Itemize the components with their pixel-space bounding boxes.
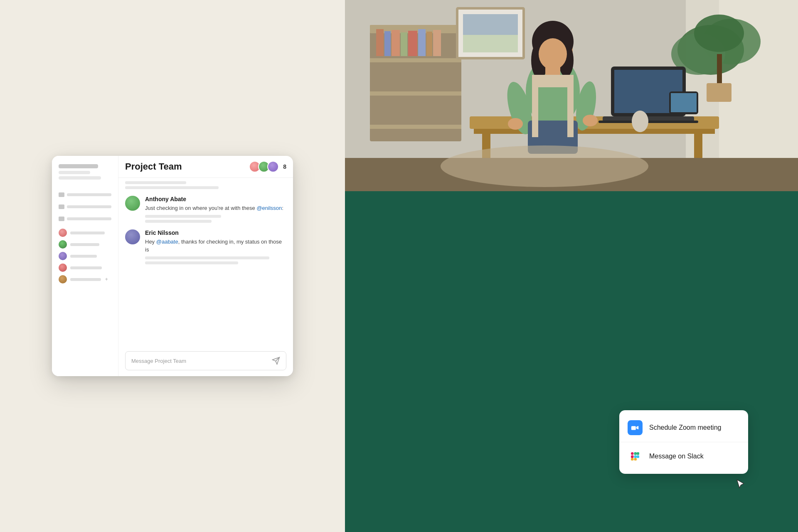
folder-icon-2 [59, 204, 64, 209]
sidebar-item-text-3 [67, 217, 111, 220]
action-item-slack[interactable]: Message on Slack [619, 442, 748, 470]
header-skeleton-area [118, 178, 293, 191]
svg-rect-17 [433, 30, 441, 56]
dm-text-3 [70, 255, 97, 258]
zoom-camera-svg [631, 423, 640, 432]
folder-icon-3 [59, 217, 64, 221]
svg-point-37 [539, 38, 567, 70]
svg-rect-48 [671, 93, 697, 112]
sidebar-folder-item-3[interactable] [55, 215, 115, 223]
svg-rect-52 [463, 14, 518, 35]
svg-rect-63 [637, 456, 639, 458]
chat-sidebar: + [52, 156, 118, 376]
svg-point-41 [508, 118, 523, 130]
header-skeleton-line-2 [125, 186, 219, 189]
slack-logo-svg [628, 450, 642, 463]
avatar-dm3 [59, 252, 67, 260]
action-card: Schedule Zoom meeting [619, 410, 748, 474]
sidebar-dm-item-4[interactable] [59, 264, 111, 272]
header-avatar-3 [267, 161, 279, 172]
sidebar-dm-item-2[interactable] [59, 240, 111, 249]
message-skeleton-anthony [145, 215, 283, 223]
message-anthony: Anthony Abate Just checking in on where … [125, 196, 286, 223]
action-item-zoom[interactable]: Schedule Zoom meeting [619, 414, 748, 442]
photo-area [345, 0, 798, 191]
svg-rect-59 [637, 452, 639, 455]
svg-rect-9 [370, 125, 461, 129]
svg-point-21 [694, 15, 744, 52]
member-count: 8 [283, 163, 286, 170]
chat-messages: Anthony Abate Just checking in on where … [118, 191, 293, 347]
sidebar-folder-item-2[interactable] [55, 203, 115, 211]
dm-text-1 [70, 232, 105, 234]
dm-text-5 [70, 278, 101, 281]
cursor [736, 479, 744, 488]
header-skeleton-line-1 [125, 181, 186, 184]
skeleton-anthony-2 [145, 220, 212, 223]
mention-aabate: @aabate [156, 239, 178, 245]
green-area: Schedule Zoom meeting [345, 191, 798, 532]
sender-eric: Eric Nilsson [145, 229, 286, 236]
avatar-dm2 [59, 240, 67, 249]
svg-rect-22 [717, 54, 722, 87]
sender-anthony: Anthony Abate [145, 196, 283, 202]
sidebar-item-text-1 [67, 193, 111, 196]
slack-icon-container [628, 449, 643, 464]
svg-rect-61 [634, 458, 637, 461]
svg-rect-31 [598, 121, 698, 123]
avatar-dm1 [59, 229, 67, 237]
sidebar-dm-item-5[interactable]: + [59, 275, 111, 283]
svg-point-49 [632, 111, 648, 132]
svg-rect-7 [370, 58, 461, 62]
message-body-anthony: Anthony Abate Just checking in on where … [145, 196, 283, 223]
svg-rect-62 [634, 456, 637, 458]
message-skeleton-eric [145, 256, 286, 264]
svg-rect-56 [631, 452, 634, 455]
avatar-anthony [125, 196, 140, 211]
skeleton-eric-2 [145, 261, 238, 264]
message-eric: Eric Nilsson Hey @aabate, thanks for che… [125, 229, 286, 264]
chat-input-placeholder[interactable]: Message Project Team [131, 358, 186, 364]
chat-window: + Project Team 8 [52, 156, 293, 376]
slack-action-label: Message on Slack [649, 453, 704, 460]
svg-point-42 [583, 115, 598, 126]
left-panel: + Project Team 8 [0, 0, 345, 532]
svg-rect-12 [392, 30, 400, 56]
folder-icon-1 [59, 192, 64, 197]
svg-rect-16 [426, 32, 432, 56]
sidebar-folder-item-1[interactable] [55, 191, 115, 199]
svg-rect-13 [401, 32, 407, 56]
avatar-stack [249, 161, 279, 172]
sidebar-dm-list: + [55, 227, 115, 285]
mention-enilsson: @enilsson [256, 205, 282, 211]
svg-rect-15 [418, 29, 426, 56]
dm-text-4 [70, 266, 102, 269]
chat-input-box[interactable]: Message Project Team [125, 351, 286, 370]
message-text-after-anthony: : [282, 205, 283, 211]
chat-header: Project Team 8 [118, 156, 293, 178]
sidebar-skeleton-2 [59, 171, 90, 174]
svg-rect-10 [376, 29, 384, 56]
add-dm-icon[interactable]: + [105, 276, 108, 282]
chat-main: Project Team 8 [118, 156, 293, 376]
sidebar-skeleton-1 [59, 164, 98, 168]
sidebar-skeleton-3 [59, 176, 101, 180]
avatar-dm5 [59, 275, 67, 283]
message-body-eric: Eric Nilsson Hey @aabate, thanks for che… [145, 229, 286, 264]
svg-rect-53 [463, 35, 518, 52]
svg-rect-57 [631, 456, 634, 458]
svg-rect-60 [631, 458, 634, 461]
sidebar-dm-item-3[interactable] [59, 252, 111, 260]
chat-input-area: Message Project Team [118, 347, 293, 376]
dm-text-2 [70, 243, 99, 246]
svg-rect-58 [634, 452, 637, 455]
message-text-anthony: Just checking in on where you're at with… [145, 204, 283, 212]
send-icon[interactable] [272, 357, 280, 365]
avatar-eric [125, 229, 140, 244]
sidebar-title-block [55, 163, 115, 187]
chat-title: Project Team [125, 161, 182, 172]
zoom-action-label: Schedule Zoom meeting [649, 424, 721, 431]
svg-rect-8 [370, 91, 461, 96]
sidebar-dm-item-1[interactable] [59, 229, 111, 237]
skeleton-eric-1 [145, 256, 269, 259]
